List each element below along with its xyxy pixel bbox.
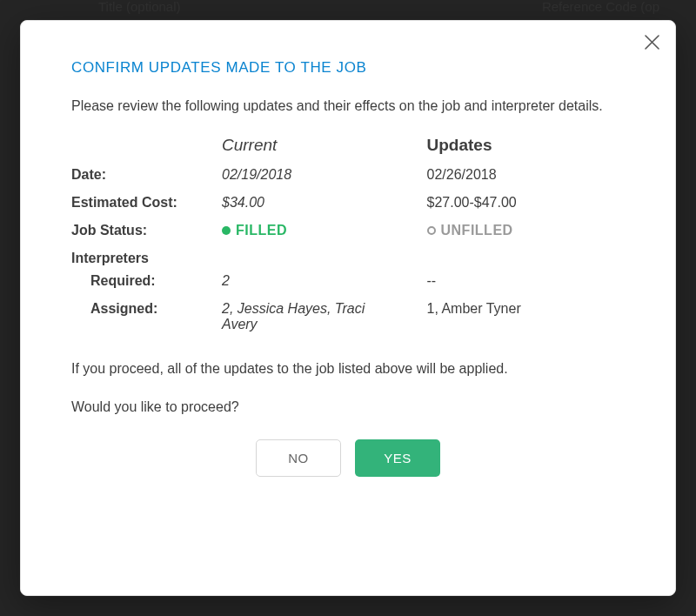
modal-intro: Please review the following updates and … xyxy=(71,96,625,117)
comparison-grid: Current Updates Date: 02/19/2018 02/26/2… xyxy=(71,136,625,332)
row-status-label: Job Status: xyxy=(71,223,215,238)
close-icon xyxy=(645,35,659,50)
close-button[interactable] xyxy=(645,35,659,50)
button-row: NO YES xyxy=(71,439,625,477)
status-current: FILLED xyxy=(222,223,420,238)
row-interpreters-label: Interpreters xyxy=(71,251,625,266)
col-header-current: Current xyxy=(222,136,420,155)
footer-note: If you proceed, all of the updates to th… xyxy=(71,358,625,380)
yes-button[interactable]: YES xyxy=(355,439,440,477)
status-current-text: FILLED xyxy=(236,223,287,238)
no-button[interactable]: NO xyxy=(256,439,341,477)
proceed-question: Would you like to proceed? xyxy=(71,399,625,415)
status-updates: UNFILLED xyxy=(427,223,626,238)
row-cost-label: Estimated Cost: xyxy=(71,195,215,211)
status-badge-filled: FILLED xyxy=(222,223,287,238)
modal-title: CONFIRM UPDATES MADE TO THE JOB xyxy=(71,59,625,77)
date-current: 02/19/2018 xyxy=(222,167,420,183)
col-header-updates: Updates xyxy=(427,136,626,155)
status-updates-text: UNFILLED xyxy=(441,223,513,238)
required-current: 2 xyxy=(222,273,420,289)
ring-icon xyxy=(427,226,436,235)
row-required-label: Required: xyxy=(71,273,215,289)
required-updates: -- xyxy=(427,273,626,289)
cost-current: $34.00 xyxy=(222,195,420,211)
date-updates: 02/26/2018 xyxy=(427,167,626,183)
dot-icon xyxy=(222,226,231,235)
assigned-updates: 1, Amber Tyner xyxy=(427,301,626,332)
row-date-label: Date: xyxy=(71,167,215,183)
row-assigned-label: Assigned: xyxy=(71,301,215,332)
status-badge-unfilled: UNFILLED xyxy=(427,223,513,238)
assigned-current: 2, Jessica Hayes, Traci Avery xyxy=(222,301,387,332)
confirm-updates-modal: CONFIRM UPDATES MADE TO THE JOB Please r… xyxy=(20,20,676,596)
cost-updates: $27.00-$47.00 xyxy=(427,195,626,211)
